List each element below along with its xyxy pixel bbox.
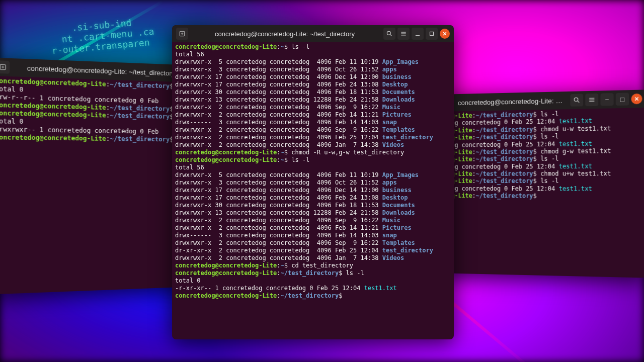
- close-icon[interactable]: [631, 94, 642, 105]
- maximize-icon[interactable]: [426, 28, 438, 40]
- search-icon[interactable]: [570, 94, 583, 106]
- terminal-output[interactable]: edog-Lite:~/test_directory$ ls -ltedog c…: [438, 108, 644, 201]
- terminal-window-right[interactable]: concretedog@concretedog-Lite: ~/test_dir…: [438, 89, 644, 278]
- terminal-window-center[interactable]: concretedog@concretedog-Lite: ~/test_dir…: [172, 25, 454, 339]
- svg-rect-3: [430, 32, 434, 36]
- maximize-icon[interactable]: □: [616, 93, 629, 106]
- terminal-output[interactable]: concretedog@concretedog-Lite:~$ ls -ltot…: [172, 42, 454, 301]
- window-title: concretedog@concretedog-Lite: ~/test_dir…: [10, 63, 190, 77]
- titlebar[interactable]: concretedog@concretedog-Lite: ~/test_dir…: [172, 25, 454, 42]
- window-title: concretedog@concretedog-Lite: ~/test_dir…: [454, 97, 568, 107]
- terminal-window-left[interactable]: concretedog@concretedog-Lite: ~/test_dir…: [0, 57, 194, 294]
- menu-icon[interactable]: [397, 28, 410, 40]
- search-icon[interactable]: [383, 28, 395, 40]
- svg-point-2: [387, 31, 390, 35]
- window-title: concretedog@concretedog-Lite: ~/test_dir…: [188, 30, 381, 38]
- svg-point-5: [574, 98, 578, 101]
- minimize-icon[interactable]: [412, 28, 424, 40]
- terminal-output[interactable]: concretedog@concretedog-Lite:~/test_dire…: [0, 76, 194, 145]
- minimize-icon[interactable]: −: [600, 93, 613, 106]
- close-icon[interactable]: [440, 29, 450, 39]
- menu-icon[interactable]: [585, 94, 598, 107]
- new-tab-icon[interactable]: [176, 28, 188, 40]
- new-tab-icon[interactable]: [0, 60, 10, 74]
